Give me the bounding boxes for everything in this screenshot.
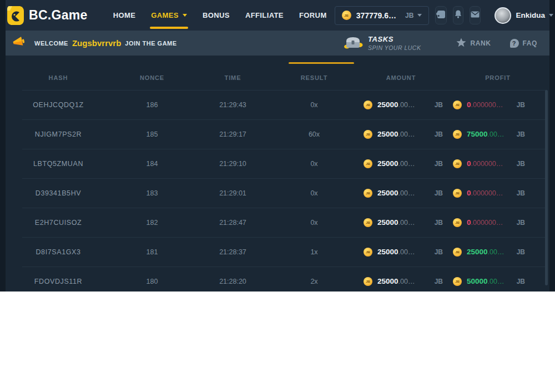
currency-dropdown[interactable]: JB (405, 12, 422, 19)
profit-int: 0 (467, 189, 471, 197)
bet-time: 21:29:43 (193, 101, 273, 109)
amount-currency: JB (435, 278, 443, 285)
amount-dec: .00… (398, 248, 415, 256)
profit-int: 50000 (467, 277, 488, 285)
profit-currency: JB (517, 130, 525, 138)
jb-coin-icon: JB (364, 248, 372, 257)
welcome-banner: WELCOME Zugsbvrrvrb JOIN THE GAME TASKS (6, 31, 549, 56)
table-row[interactable]: E2H7CUISOZ 182 21:28:47 0x JB 25000.00… … (6, 208, 549, 237)
bet-amount: JB 25000.00… JB (356, 159, 446, 168)
profit-int: 0 (467, 100, 471, 109)
balance-selector[interactable]: JB 377779.6… JB (335, 6, 430, 25)
profit-currency: JB (517, 160, 525, 168)
faq-button[interactable]: ? FAQ (510, 39, 537, 48)
table-row[interactable]: D8I7SA1GX3 181 21:28:37 1x JB 25000.00… … (6, 237, 549, 267)
bet-profit: JB 0.000000… JB (446, 218, 549, 227)
rank-button[interactable]: RANK (456, 38, 491, 49)
nav-forum[interactable]: FORUM (291, 0, 335, 31)
table-row[interactable]: OEHJCQDQ1Z 186 21:29:43 0x JB 25000.00… … (6, 90, 549, 119)
bet-nonce: 182 (111, 219, 193, 227)
profit-dec: .00… (488, 130, 504, 138)
wallet-icon (436, 9, 446, 21)
amount-int: 25000 (377, 277, 398, 285)
amount-dec: .00… (398, 160, 415, 168)
table-row[interactable]: D39341B5HV 183 21:29:01 0x JB 25000.00… … (6, 178, 549, 208)
bet-profit: JB 0.000000… JB (446, 159, 549, 168)
table-row[interactable]: FDOVDJS11R 180 21:28:20 2x JB 25000.00… … (6, 267, 549, 292)
active-tab-indicator (289, 62, 354, 64)
bet-result: 0x (273, 101, 356, 109)
jb-coin-icon: JB (364, 277, 372, 286)
profit-int: 0 (467, 218, 471, 227)
bet-result: 1x (273, 248, 356, 256)
bet-nonce: 184 (111, 160, 193, 168)
jb-coin-icon: JB (364, 130, 372, 139)
profit-dec: .00… (488, 248, 504, 256)
profit-currency: JB (517, 278, 525, 285)
table-row[interactable]: NJIGM7PS2R 185 21:29:17 60x JB 25000.00…… (6, 119, 549, 149)
bet-profit: JB 75000.00… JB (446, 130, 549, 139)
user-name: Enkidua (516, 11, 545, 19)
tasks-subtitle: SPIN YOUR LUCK (368, 44, 421, 51)
chevron-down-icon (183, 14, 187, 17)
nav-affiliate[interactable]: AFFILIATE (238, 0, 291, 31)
nav-bonus[interactable]: BONUS (195, 0, 238, 31)
profit-currency: JB (517, 219, 525, 227)
table-header: HASH NONCE TIME RESULT AMOUNT PROFIT (6, 66, 549, 90)
bcgame-logo-icon (7, 6, 24, 26)
wallet-button[interactable] (435, 6, 447, 24)
chevron-down-icon (549, 14, 553, 17)
amount-int: 25000 (377, 100, 398, 109)
jb-coin-icon: JB (453, 248, 462, 257)
treasure-chest-icon (343, 34, 363, 53)
profit-currency: JB (517, 189, 525, 197)
jb-coin-icon: JB (453, 277, 462, 286)
table-row[interactable]: LBTQ5ZMUAN 184 21:29:10 0x JB 25000.00… … (6, 149, 549, 178)
bet-amount: JB 25000.00… JB (356, 189, 446, 198)
jb-coin-icon: JB (364, 100, 372, 109)
bet-amount: JB 25000.00… JB (356, 248, 446, 257)
tasks-title: TASKS (368, 35, 421, 43)
bet-amount: JB 25000.00… JB (356, 277, 446, 286)
currency-label: JB (405, 12, 413, 19)
bet-result: 0x (273, 219, 356, 227)
nav-games[interactable]: GAMES (143, 0, 195, 31)
jb-coin-icon: JB (453, 100, 462, 109)
jb-coin-icon: JB (453, 130, 462, 139)
bet-hash: OEHJCQDQ1Z (6, 101, 111, 109)
amount-dec: .00… (398, 278, 415, 285)
bet-nonce: 183 (111, 189, 193, 197)
amount-currency: JB (435, 189, 443, 197)
col-time: TIME (193, 74, 273, 81)
bet-time: 21:29:01 (193, 189, 273, 197)
top-navbar: BC.Game HOME GAMES BONUS AFFILIATE FORUM… (6, 0, 549, 31)
bets-table: HASH NONCE TIME RESULT AMOUNT PROFIT OEH… (6, 56, 549, 292)
bet-hash: E2H7CUISOZ (6, 219, 111, 227)
bet-time: 21:29:10 (193, 160, 273, 168)
messages-button[interactable] (470, 6, 481, 24)
nav-games-label: GAMES (151, 11, 179, 19)
avatar (495, 7, 511, 24)
notifications-button[interactable] (453, 6, 463, 24)
scrollbar[interactable] (545, 90, 548, 285)
welcome-username: Zugsbvrrvrb (72, 38, 121, 48)
welcome-suffix: JOIN THE GAME (125, 40, 176, 47)
amount-int: 25000 (377, 130, 398, 138)
amount-int: 25000 (377, 159, 398, 168)
profit-currency: JB (517, 248, 525, 256)
bet-nonce: 180 (111, 278, 193, 285)
tasks-button[interactable]: TASKS SPIN YOUR LUCK (343, 34, 421, 53)
coin-label: JB (344, 14, 349, 17)
brand[interactable]: BC.Game (7, 6, 88, 26)
nav-home[interactable]: HOME (105, 0, 144, 31)
bet-hash: LBTQ5ZMUAN (6, 160, 111, 168)
bet-nonce: 185 (111, 130, 193, 138)
welcome-message: WELCOME Zugsbvrrvrb JOIN THE GAME (34, 38, 177, 48)
profit-int: 75000 (467, 130, 488, 138)
amount-dec: .00… (398, 189, 415, 197)
bet-result: 2x (273, 278, 356, 285)
bet-result: 0x (273, 189, 356, 197)
amount-currency: JB (435, 130, 443, 138)
user-menu[interactable]: Enkidua (495, 7, 553, 24)
brand-name: BC.Game (29, 8, 88, 23)
